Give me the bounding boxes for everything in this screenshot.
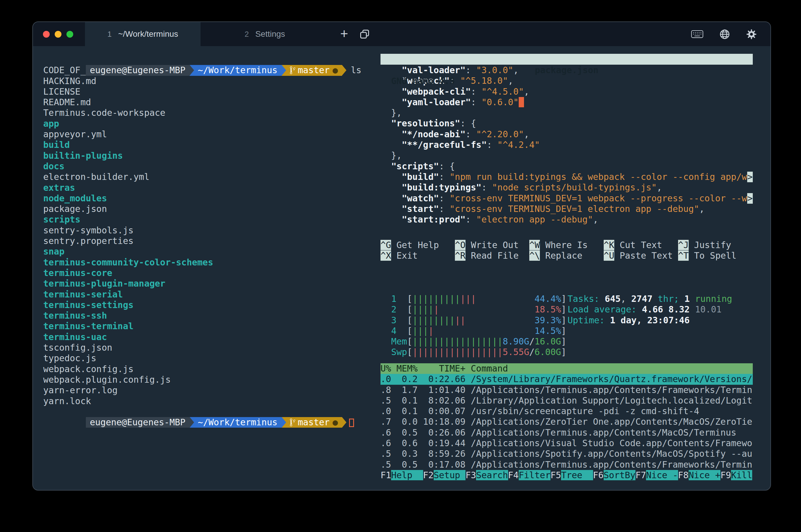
file-entry: yarn.lock: [43, 396, 380, 406]
shortcut-label: Justify: [689, 240, 731, 250]
zoom-button[interactable]: [67, 31, 73, 38]
nano-line: "start": "cross-env TERMINUS_DEV=1 elect…: [380, 204, 753, 214]
file-entry: build: [43, 139, 380, 150]
file-entry: appveyor.yml: [43, 129, 380, 139]
file-entry: README.md: [43, 97, 380, 108]
split-tab-icon[interactable]: [359, 29, 370, 39]
shortcut-label: Get Help: [391, 240, 439, 250]
file-entry: scripts: [43, 214, 380, 225]
nano-lines: "val-loader": "3.0.0", "webpack": "^5.18…: [380, 65, 753, 225]
fkey-label: Nice -: [646, 470, 678, 480]
prompt-cwd: ~/Work/terminus: [190, 65, 282, 76]
file-entry: snap: [43, 246, 380, 257]
toolbar-right: [691, 29, 757, 40]
git-dirty-dot: ●: [333, 65, 338, 75]
terminus-window: 1 ~/Work/terminus 2 Settings +: [32, 21, 771, 491]
terminal-pane[interactable]: eugene@Eugenes-MBP~/Work/terminusmaster●…: [33, 46, 380, 490]
file-entry: terminus-settings: [43, 300, 380, 310]
file-entry: terminus-community-color-schemes: [43, 257, 380, 268]
file-entry: tsconfig.json: [43, 342, 380, 353]
prompt-user-host-text: eugene@Eugenes-MBP: [90, 417, 186, 428]
process-row: .5 0.3 8:59.26 /Applications/Spotify.app…: [380, 449, 753, 459]
fkey-number: F3: [465, 470, 476, 480]
process-row: .6 0.5 0:26.06 /Applications/Terminus.ap…: [380, 428, 753, 438]
process-row: .7 0.0 10:18.09 /Applications/ZeroTier O…: [380, 417, 753, 427]
tab-settings[interactable]: 2 Settings: [201, 22, 329, 46]
line-continuation-marker: >: [747, 172, 753, 182]
prompt-line: eugene@Eugenes-MBP~/Work/terminusmaster●…: [43, 54, 380, 65]
fkey-number: F4: [508, 470, 519, 480]
shortcut-key: ^K: [604, 240, 614, 250]
file-entry: builtin-plugins: [43, 151, 380, 161]
shortcut-label: Exit: [391, 250, 417, 261]
file-entry: terminus-plugin-manager: [43, 278, 380, 289]
file-entry: package.json: [43, 204, 380, 214]
prompt-cwd-text: ~/Work/terminus: [198, 417, 278, 428]
nano-line: "watch": "cross-env TERMINUS_DEV=1 webpa…: [380, 193, 753, 204]
fkey-label: Tree: [561, 470, 593, 480]
shortcut-key: ^R: [455, 250, 465, 261]
right-split-pane[interactable]: package.json GNU nano 4.5 "val-loader": …: [380, 46, 753, 490]
process-table-header: U% MEM% TIME+ Command: [380, 363, 753, 374]
file-entry: app: [43, 118, 380, 129]
minimize-button[interactable]: [55, 31, 61, 38]
shortcut-label: Replace: [540, 250, 582, 261]
file-entry: webpack.plugin.config.js: [43, 375, 380, 385]
process-row: .8 1.7 1:01.40 /Applications/Terminus.ap…: [380, 385, 753, 395]
htop-stat-line: Uptime: 1 day, 23:07:46: [567, 315, 732, 326]
file-entry: terminus-uac: [43, 332, 380, 342]
cpu-meter: Swp[|||||||||||||||||5.55G/6.00G]: [380, 347, 566, 357]
line-continuation-marker: >: [747, 193, 753, 204]
nano-line: },: [380, 150, 753, 161]
htop-meters: 1 [|||||||||||| 44.4%] 2 [||||| 18.5%] 3…: [380, 293, 566, 358]
shortcut-key: ^G: [380, 240, 391, 250]
fkey-number: F6: [593, 470, 604, 480]
prompt-user-host: eugene@Eugenes-MBP: [86, 65, 190, 76]
shortcut-key: ^O: [455, 240, 465, 250]
cpu-meter: 4 [|||| 14.5%]: [380, 326, 566, 336]
fkey-label: Filter: [519, 470, 551, 480]
fkey-label: Setup: [434, 470, 465, 480]
prompt-cwd: ~/Work/terminus: [190, 417, 282, 428]
tab-title: Settings: [255, 30, 285, 39]
nano-shortcut: ^G Get Help: [380, 240, 455, 250]
file-entry: terminus-ssh: [43, 310, 380, 321]
file-entry: HACKING.md: [43, 76, 380, 87]
git-branch-name: master: [298, 417, 330, 428]
new-tab-button[interactable]: +: [340, 27, 348, 40]
cpu-meter: 2 [||||| 18.5%]: [380, 304, 566, 315]
typed-command: ls: [351, 65, 361, 75]
prompt-user-host-text: eugene@Eugenes-MBP: [90, 65, 186, 75]
keyboard-icon[interactable]: [691, 29, 703, 40]
globe-icon[interactable]: [719, 29, 730, 40]
fkey-label: Help: [391, 470, 423, 480]
shortcut-label: Where Is: [540, 240, 588, 250]
nano-shortcut: ^X Exit: [380, 250, 455, 261]
cpu-meter: 1 [|||||||||||| 44.4%]: [380, 293, 566, 304]
process-row: .0 0.1 0:00.07 /usr/sbin/screencapture -…: [380, 406, 753, 417]
shortcut-key: ^T: [678, 250, 689, 261]
file-entry: Terminus.code-workspace: [43, 108, 380, 118]
fkey-number: F7: [635, 470, 646, 480]
nano-line: "resolutions": {: [380, 118, 753, 129]
shortcut-label: Paste Text: [614, 250, 673, 261]
fkey-number: F9: [721, 470, 731, 480]
prompt-line-2: eugene@Eugenes-MBP~/Work/terminusmaster●: [43, 406, 380, 417]
gear-icon[interactable]: [746, 29, 757, 40]
file-entry: node_modules: [43, 193, 380, 204]
nano-version: GNU nano 4.5: [391, 76, 455, 87]
file-entry: docs: [43, 161, 380, 172]
file-listing: CODE_OF_CONDUCT.mdHACKING.mdLICENSEREADM…: [43, 65, 380, 406]
nano-shortcut: ^O Write Out: [455, 240, 529, 250]
fkey-number: F5: [551, 470, 561, 480]
nano-line: "scripts": {: [380, 161, 753, 172]
htop-stats: Tasks: 645, 2747 thr; 1 runningLoad aver…: [567, 293, 732, 326]
tab-terminal[interactable]: 1 ~/Work/terminus: [85, 22, 201, 46]
close-button[interactable]: [43, 31, 50, 38]
fkey-label: Search: [476, 470, 508, 480]
file-entry: terminus-core: [43, 268, 380, 278]
file-entry: electron-builder.yml: [43, 172, 380, 182]
tab-title: ~/Work/terminus: [118, 30, 178, 39]
shortcut-key: ^\: [529, 250, 540, 261]
nano-shortcut-row: ^X Exit^R Read File^\ Replace^U Paste Te…: [380, 250, 753, 261]
